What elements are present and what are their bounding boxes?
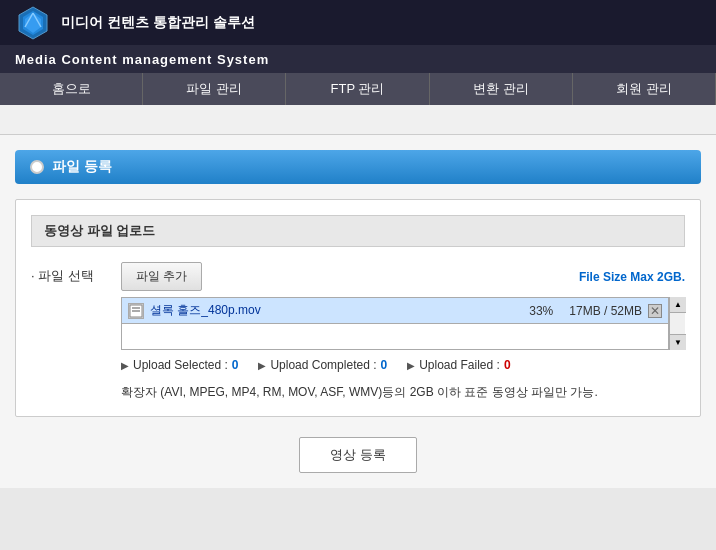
file-progress: 33% (529, 304, 553, 318)
file-select-label: · 파일 선택 (31, 262, 101, 401)
file-icon (128, 303, 144, 319)
play-icon-failed: ▶ (407, 360, 415, 371)
upload-selected-count: 0 (232, 358, 239, 372)
header-title: 미디어 컨텐츠 통합관리 솔루션 (61, 14, 255, 32)
nav-home[interactable]: 홈으로 (0, 73, 143, 105)
file-size-label: File Size Max (579, 270, 657, 284)
play-icon-selected: ▶ (121, 360, 129, 371)
file-size-unit: . (682, 270, 685, 284)
file-size-info: File Size Max 2GB. (579, 270, 685, 284)
header: 미디어 컨텐츠 통합관리 솔루션 (0, 0, 716, 45)
submit-button[interactable]: 영상 등록 (299, 437, 417, 473)
upload-failed-count: 0 (504, 358, 511, 372)
nav-ftp[interactable]: FTP 관리 (286, 73, 429, 105)
upload-failed-label: Upload Failed : (419, 358, 500, 372)
scrollbar-down-button[interactable]: ▼ (670, 334, 686, 350)
logo: 미디어 컨텐츠 통합관리 솔루션 (15, 5, 255, 41)
status-row: ▶ Upload Selected : 0 ▶ Upload Completed… (121, 358, 685, 372)
submit-area: 영상 등록 (15, 437, 701, 473)
logo-icon (15, 5, 51, 41)
scrollbar-up-button[interactable]: ▲ (670, 297, 686, 313)
note-text: 확장자 (AVI, MPEG, MP4, RM, MOV, ASF, WMV)등… (121, 384, 685, 401)
file-size-value: 2GB (657, 270, 682, 284)
upload-completed-label: Upload Completed : (270, 358, 376, 372)
upload-completed-status: ▶ Upload Completed : 0 (258, 358, 387, 372)
file-list-container: 셜록 홀즈_480p.mov 33% 17MB / 52MB ✕ ▲ ▼ (121, 297, 685, 350)
sub-header: Media Content management System (0, 45, 716, 73)
breadcrumb-area (0, 105, 716, 135)
file-list-area: 셜록 홀즈_480p.mov 33% 17MB / 52MB ✕ (121, 297, 669, 350)
upload-completed-count: 0 (380, 358, 387, 372)
section-header: 파일 등록 (15, 150, 701, 184)
navigation: 홈으로 파일 관리 FTP 관리 변환 관리 회원 관리 (0, 73, 716, 105)
file-remove-button[interactable]: ✕ (648, 304, 662, 318)
upload-content: · 파일 선택 파일 추가 File Size Max 2GB. (31, 262, 685, 401)
section-dot-icon (30, 160, 44, 174)
play-icon-completed: ▶ (258, 360, 266, 371)
upload-right: 파일 추가 File Size Max 2GB. (121, 262, 685, 401)
file-item: 셜록 홀즈_480p.mov 33% 17MB / 52MB ✕ (122, 298, 668, 324)
nav-convert[interactable]: 변환 관리 (430, 73, 573, 105)
svg-rect-7 (132, 310, 140, 312)
upload-selected-label: Upload Selected : (133, 358, 228, 372)
file-list-empty (122, 324, 668, 349)
upload-failed-status: ▶ Upload Failed : 0 (407, 358, 510, 372)
main-content: 파일 등록 동영상 파일 업로드 · 파일 선택 파일 추가 File Size… (0, 135, 716, 488)
svg-rect-6 (132, 307, 140, 309)
nav-file[interactable]: 파일 관리 (143, 73, 286, 105)
scrollbar: ▲ ▼ (669, 297, 685, 350)
section-title: 파일 등록 (52, 158, 112, 176)
add-file-button[interactable]: 파일 추가 (121, 262, 202, 291)
nav-member[interactable]: 회원 관리 (573, 73, 716, 105)
upload-panel: 동영상 파일 업로드 · 파일 선택 파일 추가 File Size Max 2… (15, 199, 701, 417)
file-size: 17MB / 52MB (569, 304, 642, 318)
button-row: 파일 추가 File Size Max 2GB. (121, 262, 685, 291)
file-name: 셜록 홀즈_480p.mov (150, 302, 523, 319)
upload-panel-title: 동영상 파일 업로드 (31, 215, 685, 247)
upload-selected-status: ▶ Upload Selected : 0 (121, 358, 238, 372)
sub-header-title: Media Content management System (15, 52, 269, 67)
